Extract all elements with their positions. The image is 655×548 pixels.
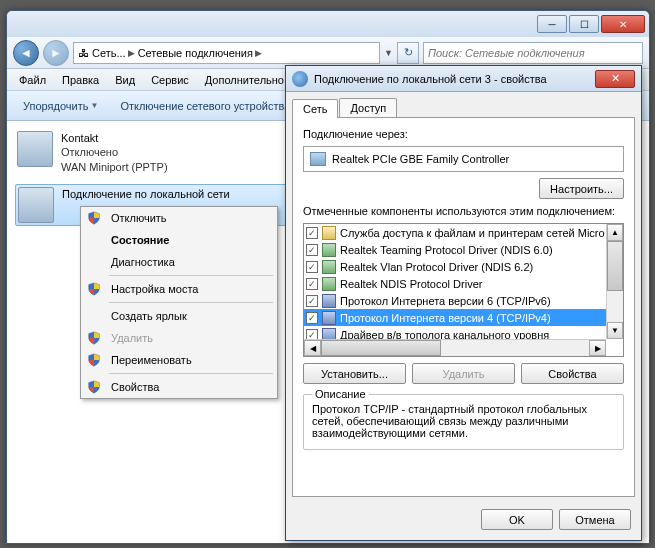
scroll-left-button[interactable]: ◀: [304, 340, 321, 356]
cancel-button[interactable]: Отмена: [559, 509, 631, 530]
ctx-item-переименовать[interactable]: Переименовать: [81, 349, 277, 371]
components-label: Отмеченные компоненты используются этим …: [303, 205, 624, 217]
component-label: Протокол Интернета версии 6 (TCP/IPv6): [340, 295, 551, 307]
ctx-item-диагностика[interactable]: Диагностика: [81, 251, 277, 273]
connection-icon: [18, 187, 54, 223]
ctx-item-свойства[interactable]: Свойства: [81, 376, 277, 398]
tab-network[interactable]: Сеть: [292, 99, 338, 118]
component-row[interactable]: ✓Протокол Интернета версии 4 (TCP/IPv4): [304, 309, 623, 326]
ctx-label: Удалить: [111, 332, 153, 344]
remove-button: Удалить: [412, 363, 515, 384]
breadcrumb[interactable]: 🖧 Сеть...▶ Сетевые подключения▶: [73, 42, 380, 64]
scroll-down-button[interactable]: ▼: [607, 322, 623, 339]
crumb-network[interactable]: Сеть...: [92, 47, 126, 59]
component-row[interactable]: ✓Служба доступа к файлам и принтерам сет…: [304, 224, 623, 241]
minimize-button[interactable]: ─: [537, 15, 567, 33]
chevron-right-icon: ▶: [128, 48, 135, 58]
close-button[interactable]: ✕: [601, 15, 645, 33]
separator: [109, 302, 273, 303]
component-label: Realtek Vlan Protocol Driver (NDIS 6.2): [340, 261, 533, 273]
connection-status: Отключено: [61, 145, 168, 159]
checkbox[interactable]: ✓: [306, 261, 318, 273]
ok-button[interactable]: OK: [481, 509, 553, 530]
shield-icon: [87, 380, 101, 394]
disable-device-button[interactable]: Отключение сетевого устройства: [110, 96, 300, 116]
svc-icon: [322, 226, 336, 240]
checkbox[interactable]: ✓: [306, 312, 318, 324]
component-label: Протокол Интернета версии 4 (TCP/IPv4): [340, 312, 551, 324]
network-icon: 🖧: [78, 47, 89, 59]
ctx-item-состояние[interactable]: Состояние: [81, 229, 277, 251]
component-label: Realtek Teaming Protocol Driver (NDIS 6.…: [340, 244, 553, 256]
menu-edit[interactable]: Правка: [54, 72, 107, 88]
ctx-item-настройка-моста[interactable]: Настройка моста: [81, 278, 277, 300]
component-row[interactable]: ✓Realtek NDIS Protocol Driver: [304, 275, 623, 292]
close-button[interactable]: ✕: [595, 70, 635, 88]
ctx-label: Переименовать: [111, 354, 192, 366]
scroll-thumb[interactable]: [607, 241, 623, 291]
menu-file[interactable]: Файл: [11, 72, 54, 88]
adapter-icon: [310, 152, 326, 166]
drv-icon: [322, 260, 336, 274]
ctx-label: Диагностика: [111, 256, 175, 268]
properties-button[interactable]: Свойства: [521, 363, 624, 384]
vertical-scrollbar[interactable]: ▲ ▼: [606, 224, 623, 339]
search-input[interactable]: [423, 42, 643, 64]
tab-strip: Сеть Доступ: [286, 92, 641, 117]
drv-icon: [322, 243, 336, 257]
chevron-right-icon: ▶: [255, 48, 262, 58]
menu-advanced[interactable]: Дополнительно: [197, 72, 292, 88]
components-list: ✓Служба доступа к файлам и принтерам сет…: [303, 223, 624, 357]
connection-device: WAN Miniport (PPTP): [61, 160, 168, 174]
install-button[interactable]: Установить...: [303, 363, 406, 384]
description-group: Описание Протокол TCP/IP - стандартный п…: [303, 394, 624, 450]
description-title: Описание: [312, 388, 369, 400]
ctx-item-создать-ярлык[interactable]: Создать ярлык: [81, 305, 277, 327]
chevron-down-icon: ▼: [90, 101, 98, 110]
menu-tools[interactable]: Сервис: [143, 72, 197, 88]
forward-button[interactable]: ►: [43, 40, 69, 66]
ctx-label: Создать ярлык: [111, 310, 187, 322]
adapter-name: Realtek PCIe GBE Family Controller: [332, 153, 509, 165]
component-row[interactable]: ✓Realtek Vlan Protocol Driver (NDIS 6.2): [304, 258, 623, 275]
scroll-up-button[interactable]: ▲: [607, 224, 623, 241]
connection-name: Подключение по локальной сети: [62, 187, 230, 201]
proto-icon: [322, 311, 336, 325]
separator: [109, 275, 273, 276]
maximize-button[interactable]: ☐: [569, 15, 599, 33]
context-menu: ОтключитьСостояниеДиагностикаНастройка м…: [80, 206, 278, 399]
component-row[interactable]: ✓Протокол Интернета версии 6 (TCP/IPv6): [304, 292, 623, 309]
connection-icon: [17, 131, 53, 167]
shield-icon: [87, 331, 101, 345]
dialog-titlebar: Подключение по локальной сети 3 - свойст…: [286, 66, 641, 92]
connect-via-label: Подключение через:: [303, 128, 624, 140]
scroll-thumb[interactable]: [321, 340, 441, 356]
checkbox[interactable]: ✓: [306, 295, 318, 307]
horizontal-scrollbar[interactable]: ◀ ▶: [304, 339, 606, 356]
organize-button[interactable]: Упорядочить ▼: [13, 96, 108, 116]
checkbox[interactable]: ✓: [306, 227, 318, 239]
crumb-connections[interactable]: Сетевые подключения: [138, 47, 253, 59]
component-label: Служба доступа к файлам и принтерам сете…: [340, 227, 605, 239]
menu-view[interactable]: Вид: [107, 72, 143, 88]
checkbox[interactable]: ✓: [306, 278, 318, 290]
configure-button[interactable]: Настроить...: [539, 178, 624, 199]
adapter-field: Realtek PCIe GBE Family Controller: [303, 146, 624, 172]
connection-name: Kontakt: [61, 131, 168, 145]
checkbox[interactable]: ✓: [306, 244, 318, 256]
back-button[interactable]: ◄: [13, 40, 39, 66]
ctx-item-отключить[interactable]: Отключить: [81, 207, 277, 229]
ctx-label: Свойства: [111, 381, 159, 393]
ctx-label: Состояние: [111, 234, 169, 246]
component-row[interactable]: ✓Realtek Teaming Protocol Driver (NDIS 6…: [304, 241, 623, 258]
tab-access[interactable]: Доступ: [339, 98, 397, 117]
description-text: Протокол TCP/IP - стандартный протокол г…: [312, 403, 615, 439]
separator: [109, 373, 273, 374]
ctx-item-удалить: Удалить: [81, 327, 277, 349]
refresh-button[interactable]: ↻: [397, 42, 419, 64]
chevron-down-icon[interactable]: ▼: [384, 48, 393, 58]
drv-icon: [322, 277, 336, 291]
titlebar: ─ ☐ ✕: [7, 11, 649, 37]
scroll-right-button[interactable]: ▶: [589, 340, 606, 356]
shield-icon: [87, 282, 101, 296]
